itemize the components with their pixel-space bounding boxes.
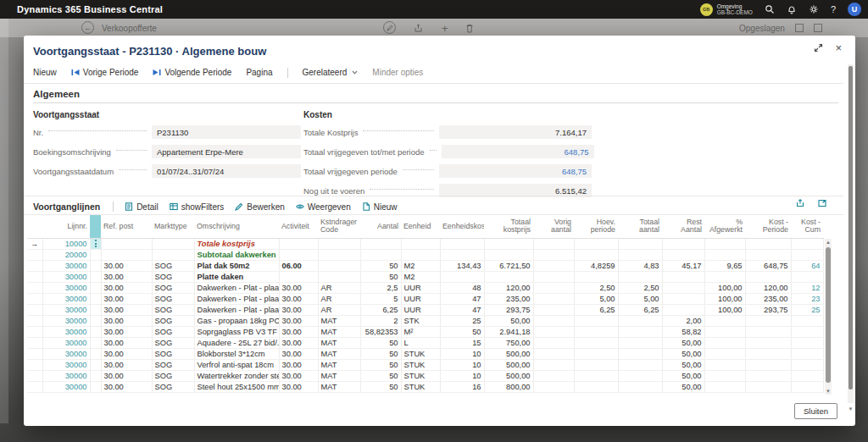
cell-taantal[interactable]: 4,83 [618, 260, 662, 271]
cell-hoev[interactable] [574, 370, 618, 381]
cell-vorig[interactable] [533, 359, 574, 370]
cell-act[interactable]: 30.00 [279, 304, 318, 315]
cell-kper[interactable] [745, 370, 791, 381]
column-header-afg[interactable]: % Afgewerkt [704, 215, 745, 238]
share-open-icon[interactable] [796, 199, 804, 207]
cell-ref[interactable] [101, 249, 152, 260]
cell-rest[interactable] [662, 249, 704, 260]
cell-vorig[interactable] [533, 282, 574, 293]
cell-kstn[interactable]: AR [318, 282, 360, 293]
cell-vorig[interactable] [533, 260, 574, 271]
column-header-aantal[interactable]: Aantal [360, 215, 401, 238]
cell-oms[interactable]: Soprgaglass PB V3 TF (... [194, 326, 279, 337]
table-row[interactable]: 3000030.00SOGPlatte daken50M2 [27, 271, 823, 282]
cell-ref[interactable]: 30.00 [101, 359, 152, 370]
cell-rest[interactable] [662, 293, 704, 304]
cell-aantal[interactable] [360, 249, 401, 260]
lines-bewerken-button[interactable]: Bewerken [235, 202, 284, 212]
cell-kcum[interactable] [791, 315, 823, 326]
cell-aantal[interactable]: 50 [360, 348, 401, 359]
cell-taantal[interactable] [618, 337, 662, 348]
section-title-algemeen[interactable]: Algemeen [33, 89, 80, 99]
cell-eenheid[interactable]: M2 [401, 260, 440, 271]
totaal-vrijgegeven-totmet-link[interactable]: 648,75 [442, 145, 594, 158]
cell-afg[interactable] [704, 348, 745, 359]
cell-ref[interactable]: 30.00 [101, 315, 152, 326]
cell-kper[interactable] [745, 337, 791, 348]
cell-kcum[interactable] [791, 348, 823, 359]
voortgangsstaatdatum-input[interactable]: 01/07/24..31/07/24 [152, 164, 301, 178]
cell-taantal[interactable] [618, 315, 662, 326]
cell-aantal[interactable]: 50 [360, 370, 401, 381]
cell-kstn[interactable]: AR [318, 304, 360, 315]
cell-ekost[interactable]: 10 [440, 348, 484, 359]
cell-rest[interactable]: 50,00 [662, 337, 704, 348]
cell-options[interactable] [90, 348, 101, 359]
cell-options[interactable] [90, 249, 101, 260]
cell-eenheid[interactable]: STUK [401, 370, 440, 381]
cell-oms[interactable]: Dakwerken - Plat - plaat... [194, 282, 279, 293]
cell-tkost[interactable]: 293,75 [484, 304, 533, 315]
cell-ref[interactable] [101, 238, 152, 249]
scroll-down-icon[interactable]: ▼ [848, 406, 854, 412]
cell-hoev[interactable] [574, 315, 618, 326]
cell-tkost[interactable]: 500,00 [484, 359, 533, 370]
cell-vorig[interactable] [533, 370, 574, 381]
cell-taantal[interactable]: 2,50 [618, 282, 662, 293]
cell-markt[interactable]: SOG [152, 337, 194, 348]
totale-kostprijs-value[interactable]: 7.164,17 [439, 125, 592, 139]
cell-oms[interactable]: Subtotaal dakwerken [194, 249, 279, 260]
cell-kcum[interactable]: 25 [791, 304, 823, 315]
help-icon[interactable]: ? [831, 4, 836, 14]
cell-aantal[interactable]: 50 [360, 337, 401, 348]
cell-markt[interactable]: SOG [152, 293, 194, 304]
cell-act[interactable]: 30.00 [279, 370, 318, 381]
cell-kper[interactable] [745, 271, 791, 282]
cell-kstn[interactable] [318, 238, 360, 249]
table-row[interactable]: 3000030.00SOGBlokborstel 3*12cm30.00MAT5… [27, 348, 823, 359]
cell-tkost[interactable]: 50,00 [484, 315, 533, 326]
cell-act[interactable] [279, 238, 318, 249]
cell-kstn[interactable]: MAT [318, 359, 360, 370]
cell-lijnnr[interactable]: 30000 [42, 282, 90, 293]
cell-aantal[interactable]: 50 [360, 381, 401, 392]
cell-options[interactable] [90, 260, 101, 271]
cell-taantal[interactable] [618, 326, 662, 337]
cell-markt[interactable]: SOG [152, 370, 194, 381]
cell-vorig[interactable] [533, 293, 574, 304]
cell-options[interactable] [90, 271, 101, 282]
cell-tkost[interactable]: 120,00 [484, 282, 533, 293]
cell-oms[interactable]: Steel hout 25x1500 mm... [194, 381, 279, 392]
resize-dialog-icon[interactable] [814, 43, 823, 52]
cell-markt[interactable]: SOG [152, 304, 194, 315]
cell-options[interactable] [90, 326, 101, 337]
cell-kcum[interactable]: 23 [791, 293, 823, 304]
column-header-oms[interactable]: Omschrijving [194, 215, 279, 238]
cell-rest[interactable]: 50,00 [662, 370, 704, 381]
cell-markt[interactable] [152, 249, 194, 260]
cell-rest[interactable]: 50,00 [662, 381, 704, 392]
totaal-vrijgegeven-periode-link[interactable]: 648,75 [439, 164, 592, 178]
boekingsomschrijving-input[interactable]: Appartement Erpe-Mere [152, 145, 301, 158]
cell-options[interactable] [90, 282, 101, 293]
cell-ref[interactable]: 30.00 [101, 348, 152, 359]
cell-oms[interactable]: Aquadere - 25L 27 bid/... [194, 337, 279, 348]
cell-oms[interactable]: Dakwerken - Plat - plaat... [194, 293, 279, 304]
cell-lijnnr[interactable]: 30000 [42, 293, 90, 304]
cell-kstn[interactable] [318, 271, 360, 282]
environment-indicator[interactable]: GB Omgeving GB-BC-DEMO [700, 3, 753, 16]
column-header-eenheid[interactable]: Eenheid [401, 215, 440, 238]
cell-markt[interactable]: SOG [152, 359, 194, 370]
cell-hoev[interactable] [574, 238, 618, 249]
cell-afg[interactable] [704, 359, 745, 370]
cell-kcum[interactable]: 64 [791, 260, 823, 271]
cell-kstn[interactable]: MAT [318, 315, 360, 326]
cell-afg[interactable] [704, 337, 745, 348]
cell-eenheid[interactable] [401, 249, 440, 260]
cell-act[interactable]: 30.00 [279, 348, 318, 359]
cell-kstn[interactable] [318, 260, 360, 271]
cell-eenheid[interactable]: UUR [401, 282, 440, 293]
table-scrollbar-thumb[interactable] [826, 247, 831, 383]
cell-aantal[interactable]: 50 [360, 271, 401, 282]
cell-oms[interactable]: Gas - propaan 18kg PO... [194, 315, 279, 326]
